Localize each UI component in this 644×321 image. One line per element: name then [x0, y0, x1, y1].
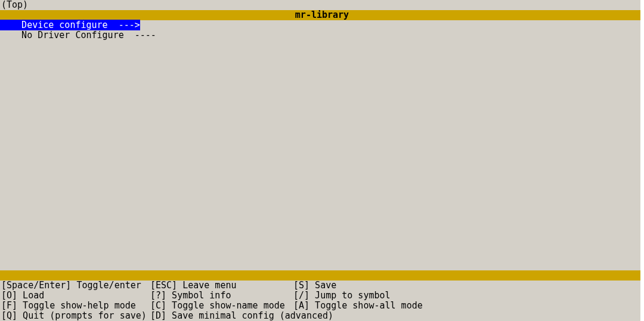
help-row: [Q] Quit (prompts for save) [D] Save min… — [1, 311, 643, 321]
menu-item-label: No Driver Configure ---- — [0, 30, 156, 40]
menu-list: Device configure ---> No Driver Configur… — [0, 20, 644, 40]
help-row: [F] Toggle show-help mode [C] Toggle sho… — [1, 301, 643, 311]
help-hint: [A] Toggle show-all mode — [293, 301, 643, 311]
title-text: mr-library — [295, 10, 349, 20]
help-hint: [D] Save minimal config (advanced) — [150, 311, 293, 321]
help-area: [Space/Enter] Toggle/enter [ESC] Leave m… — [0, 281, 644, 321]
menu-item-no-driver-configure[interactable]: No Driver Configure ---- — [0, 30, 644, 40]
breadcrumb: (Top) — [0, 0, 644, 10]
help-hint: [S] Save — [293, 281, 643, 291]
menu-item-device-configure[interactable]: Device configure ---> — [0, 20, 140, 30]
help-hint: [O] Load — [1, 291, 150, 301]
window-right-edge — [640, 0, 644, 321]
help-hint: [Q] Quit (prompts for save) — [1, 311, 150, 321]
menu-item-label: Device configure ---> — [0, 20, 140, 30]
help-hint — [293, 311, 643, 321]
help-row: [O] Load [?] Symbol info [/] Jump to sym… — [1, 291, 643, 301]
help-hint: [?] Symbol info — [150, 291, 293, 301]
page-title: mr-library — [0, 10, 644, 20]
help-hint: [ESC] Leave menu — [150, 281, 293, 291]
help-row: [Space/Enter] Toggle/enter [ESC] Leave m… — [1, 281, 643, 291]
separator-bar — [0, 270, 644, 281]
help-hint: [C] Toggle show-name mode — [150, 301, 293, 311]
help-hint: [F] Toggle show-help mode — [1, 301, 150, 311]
help-hint: [/] Jump to symbol — [293, 291, 643, 301]
help-hint: [Space/Enter] Toggle/enter — [1, 281, 150, 291]
breadcrumb-location: (Top) — [1, 0, 28, 10]
